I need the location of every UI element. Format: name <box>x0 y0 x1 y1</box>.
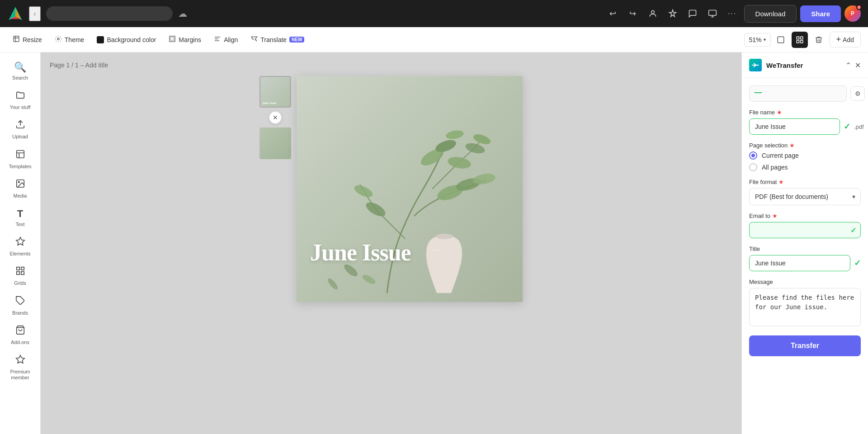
title-label: Title <box>749 245 861 252</box>
add-button[interactable]: + Add <box>830 32 861 47</box>
toolbar-right: + Add <box>773 32 861 48</box>
sidebar-item-search[interactable]: 🔍 Search <box>3 58 38 85</box>
file-format-select[interactable]: PDF (Best for documents) PNG JPG SVG <box>749 188 861 205</box>
panel-header: WeTransfer ⌃ ✕ <box>742 52 868 78</box>
page-selection-label: Page selection ★ <box>749 142 861 149</box>
delete-button[interactable] <box>811 32 827 48</box>
color-swatch-icon <box>97 36 104 43</box>
more-options-button[interactable]: ··· <box>724 5 741 22</box>
radio-current-page[interactable]: Current page <box>749 151 861 160</box>
left-sidebar: 🔍 Search Your stuff Upload Templates <box>0 52 41 434</box>
translate-icon <box>250 35 258 44</box>
align-icon <box>214 35 221 44</box>
grid-view-button[interactable] <box>792 32 808 48</box>
message-field: Message Please find the files here for o… <box>749 278 861 326</box>
sidebar-item-add-ons[interactable]: Add-ons <box>3 321 38 349</box>
margins-button[interactable]: Margins <box>163 33 207 47</box>
transfer-button[interactable]: Transfer <box>749 335 861 356</box>
required-star-2: ★ <box>789 142 795 149</box>
document-search-input[interactable] <box>46 6 173 21</box>
align-button[interactable]: Align <box>208 33 243 47</box>
svg-rect-13 <box>778 37 784 43</box>
file-format-label: File format ★ <box>749 179 861 185</box>
svg-rect-25 <box>21 272 24 274</box>
svg-rect-9 <box>171 37 174 40</box>
resize-button[interactable]: Resize <box>7 33 47 47</box>
logo[interactable] <box>7 5 24 22</box>
title-field: Title ✓ <box>749 245 861 271</box>
sidebar-item-text[interactable]: T Text <box>3 204 38 231</box>
canvas-area[interactable]: Page 1 / 1 – Add title June Issue ✕ <box>41 52 741 434</box>
close-icon[interactable]: ✕ <box>855 61 861 70</box>
we-search-input[interactable] <box>766 90 842 97</box>
we-logo-small <box>754 90 762 98</box>
message-textarea[interactable]: Please find the files here for our June … <box>749 288 861 326</box>
templates-icon <box>15 149 25 162</box>
page-view-button[interactable] <box>773 32 789 48</box>
back-button[interactable]: ‹ <box>29 6 41 21</box>
panel-header-icons: ⌃ ✕ <box>845 61 861 70</box>
close-thumbnail-button[interactable]: ✕ <box>269 111 282 124</box>
sidebar-item-premium[interactable]: Premium member <box>3 351 38 384</box>
collapse-icon[interactable]: ⌃ <box>845 61 851 70</box>
panel-body: ⚙ File name ★ ✓ .pdf Page selection <box>742 78 868 363</box>
svg-rect-22 <box>16 267 19 270</box>
topbar: ‹ ☁ ↩ ↪ ··· Download Share P 5 <box>0 0 868 27</box>
avatar[interactable]: P 5 <box>844 5 861 22</box>
magic-button[interactable] <box>665 5 681 22</box>
svg-rect-24 <box>16 272 19 274</box>
sidebar-item-brands[interactable]: Brands <box>3 292 38 320</box>
margins-icon <box>169 35 176 44</box>
email-to-field: Email to ★ ✓ <box>749 212 861 238</box>
title-input[interactable] <box>749 255 850 271</box>
svg-marker-21 <box>16 237 24 245</box>
download-button[interactable]: Download <box>744 5 797 23</box>
design-canvas[interactable]: June Issue <box>297 76 523 302</box>
we-settings-button[interactable]: ⚙ <box>850 86 865 101</box>
sidebar-item-grids[interactable]: Grids <box>3 262 38 290</box>
svg-rect-14 <box>797 37 799 39</box>
file-format-field: File format ★ PDF (Best for documents) P… <box>749 179 861 205</box>
comment-button[interactable] <box>684 5 701 22</box>
file-extension: .pdf <box>854 123 864 130</box>
page-info: Page 1 / 1 – Add title <box>50 61 108 69</box>
collaborators-button[interactable] <box>645 5 661 22</box>
present-button[interactable] <box>704 5 721 22</box>
email-input-wrapper: ✓ <box>749 222 861 238</box>
zoom-control[interactable]: 51% ▾ <box>744 33 771 47</box>
page-selection-field: Page selection ★ Current page All pages <box>749 142 861 171</box>
wetransfer-panel: WeTransfer ⌃ ✕ ⚙ <box>741 52 868 434</box>
resize-icon <box>13 35 20 44</box>
main-area: 🔍 Search Your stuff Upload Templates <box>0 52 868 434</box>
premium-icon <box>15 354 25 367</box>
sidebar-item-upload[interactable]: Upload <box>3 116 38 143</box>
background-color-button[interactable]: Background color <box>91 33 161 46</box>
sidebar-item-templates[interactable]: Templates <box>3 146 38 173</box>
we-search-row: ⚙ <box>749 85 861 102</box>
svg-rect-23 <box>21 267 24 270</box>
file-name-input[interactable] <box>749 118 840 135</box>
undo-button[interactable]: ↩ <box>605 5 621 22</box>
search-icon: 🔍 <box>14 61 26 73</box>
sidebar-item-elements[interactable]: Elements <box>3 233 38 260</box>
theme-button[interactable]: Theme <box>49 33 90 47</box>
sidebar-item-media[interactable]: Media <box>3 175 38 203</box>
gear-icon: ⚙ <box>855 90 861 97</box>
canvas-title-text: June Issue <box>310 239 411 266</box>
file-name-row: ✓ .pdf <box>749 118 861 135</box>
translate-button[interactable]: Translate NEW <box>245 33 310 47</box>
page-title-bar: Page 1 / 1 – Add title <box>50 61 732 69</box>
toolbar: Resize Theme Background color Margins Al… <box>0 27 868 52</box>
redo-button[interactable]: ↪ <box>625 5 641 22</box>
svg-point-7 <box>57 38 59 40</box>
sidebar-item-your-stuff[interactable]: Your stuff <box>3 86 38 114</box>
we-search-bar[interactable] <box>749 85 847 102</box>
svg-rect-15 <box>800 37 802 39</box>
email-to-input[interactable] <box>749 222 861 238</box>
svg-point-20 <box>18 181 19 183</box>
share-button[interactable]: Share <box>800 5 841 22</box>
title-check-icon: ✓ <box>854 258 861 268</box>
text-icon: T <box>17 208 23 220</box>
radio-all-pages[interactable]: All pages <box>749 163 861 171</box>
check-icon: ✓ <box>844 122 850 132</box>
